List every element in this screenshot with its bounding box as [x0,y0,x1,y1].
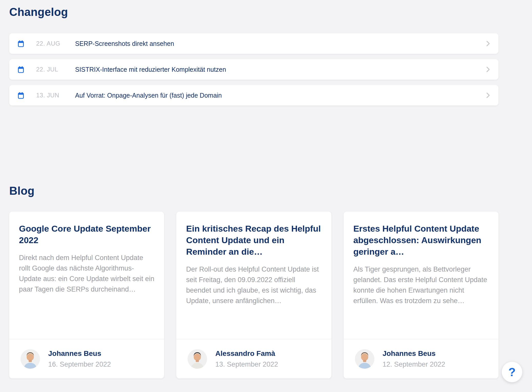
chevron-right-icon [484,66,492,73]
blog-post-card[interactable]: Google Core Update September 2022 Direkt… [9,212,164,378]
blog-post-title[interactable]: Erstes Helpful Content Update abgeschlos… [353,223,489,257]
changelog-entry-row[interactable]: 22. AUG SERP-Screenshots direkt ansehen [9,33,498,54]
author-avatar [21,349,40,369]
blog-post-footer: Alessandro Famà 13. September 2022 [176,339,331,378]
calendar-icon [17,92,24,99]
blog-post-card[interactable]: Ein kritisches Recap des Helpful Content… [176,212,331,378]
author-name: Johannes Beus [383,349,445,358]
blog-section-title: Blog [9,184,508,197]
blog-post-footer: Johannes Beus 16. September 2022 [9,339,164,378]
blog-post-title[interactable]: Ein kritisches Recap des Helpful Content… [186,223,321,257]
changelog-entry-date: 22. AUG [36,40,65,47]
blog-post-excerpt: Direkt nach dem Helpful Content Update r… [19,253,154,295]
changelog-list: 22. AUG SERP-Screenshots direkt ansehen … [9,33,498,106]
blog-post-excerpt: Der Roll-out des Helpful Content Update … [186,264,321,306]
changelog-section-title: Changelog [9,6,508,18]
author-avatar [188,349,207,369]
dashboard-content: Changelog 22. AUG SERP-Screenshots direk… [0,0,508,378]
changelog-section: Changelog 22. AUG SERP-Screenshots direk… [9,6,508,106]
author-name: Johannes Beus [48,349,111,358]
changelog-entry-date: 22. JUL [36,66,65,73]
changelog-entry-row[interactable]: 22. JUL SISTRIX-Interface mit reduzierte… [9,59,498,80]
author-meta: Johannes Beus 12. September 2022 [383,349,445,368]
author-meta: Alessandro Famà 13. September 2022 [215,349,278,368]
calendar-icon [17,66,24,73]
post-date: 12. September 2022 [383,360,445,368]
blog-card-grid: Google Core Update September 2022 Direkt… [9,212,498,378]
help-button[interactable]: ? [502,362,522,382]
blog-post-title[interactable]: Google Core Update September 2022 [19,223,154,246]
changelog-entry-title: Auf Vorrat: Onpage-Analysen für (fast) j… [75,92,222,99]
post-date: 13. September 2022 [215,360,278,368]
post-date: 16. September 2022 [48,360,111,368]
blog-post-card[interactable]: Erstes Helpful Content Update abgeschlos… [344,212,498,378]
chevron-right-icon [484,40,492,47]
changelog-entry-title: SISTRIX-Interface mit reduzierter Komple… [75,66,226,73]
blog-section: Blog Google Core Update September 2022 D… [9,184,508,378]
changelog-entry-date: 13. JUN [36,92,65,99]
calendar-icon [17,40,24,47]
blog-post-excerpt: Als Tiger gesprungen, als Bettvorleger g… [353,264,489,306]
changelog-entry-row[interactable]: 13. JUN Auf Vorrat: Onpage-Analysen für … [9,85,498,106]
chevron-right-icon [484,91,492,99]
blog-post-footer: Johannes Beus 12. September 2022 [344,339,498,378]
changelog-entry-title: SERP-Screenshots direkt ansehen [75,40,174,47]
author-avatar [355,349,374,369]
author-name: Alessandro Famà [215,349,278,358]
author-meta: Johannes Beus 16. September 2022 [48,349,111,368]
